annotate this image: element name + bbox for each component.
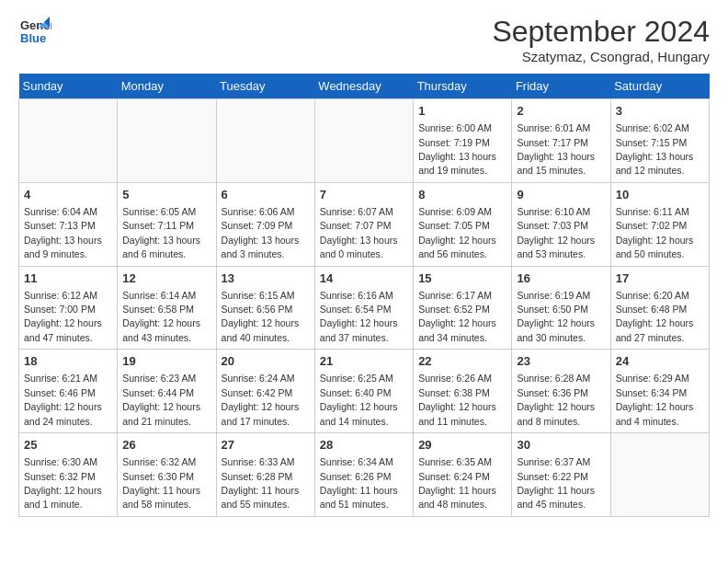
- day-cell: 12Sunrise: 6:14 AMSunset: 6:58 PMDayligh…: [118, 266, 216, 350]
- day-info: Sunrise: 6:11 AMSunset: 7:02 PMDaylight:…: [616, 206, 694, 259]
- week-row-1: 4Sunrise: 6:04 AMSunset: 7:13 PMDaylight…: [19, 182, 710, 266]
- day-cell: 13Sunrise: 6:15 AMSunset: 6:56 PMDayligh…: [216, 266, 314, 350]
- day-info: Sunrise: 6:05 AMSunset: 7:11 PMDaylight:…: [122, 206, 200, 259]
- day-cell: [610, 433, 709, 517]
- month-title: September 2024: [492, 15, 710, 49]
- day-cell: 27Sunrise: 6:33 AMSunset: 6:28 PMDayligh…: [216, 433, 314, 517]
- day-info: Sunrise: 6:09 AMSunset: 7:05 PMDaylight:…: [418, 206, 496, 259]
- day-info: Sunrise: 6:06 AMSunset: 7:09 PMDaylight:…: [222, 206, 300, 259]
- day-cell: 9Sunrise: 6:10 AMSunset: 7:03 PMDaylight…: [512, 182, 610, 266]
- day-cell: 4Sunrise: 6:04 AMSunset: 7:13 PMDaylight…: [19, 182, 118, 266]
- day-cell: 17Sunrise: 6:20 AMSunset: 6:48 PMDayligh…: [610, 266, 709, 350]
- day-info: Sunrise: 6:10 AMSunset: 7:03 PMDaylight:…: [517, 206, 595, 259]
- week-row-3: 18Sunrise: 6:21 AMSunset: 6:46 PMDayligh…: [19, 350, 710, 433]
- day-info: Sunrise: 6:34 AMSunset: 6:26 PMDaylight:…: [320, 456, 398, 510]
- location-title: Szatymaz, Csongrad, Hungary: [492, 49, 710, 64]
- calendar-table: Sunday Monday Tuesday Wednesday Thursday…: [18, 74, 710, 517]
- day-info: Sunrise: 6:19 AMSunset: 6:50 PMDaylight:…: [517, 290, 595, 343]
- day-cell: 25Sunrise: 6:30 AMSunset: 6:32 PMDayligh…: [19, 433, 118, 517]
- day-number: 10: [616, 187, 704, 203]
- day-info: Sunrise: 6:02 AMSunset: 7:15 PMDaylight:…: [616, 122, 694, 176]
- logo-icon: General Blue: [18, 15, 51, 48]
- day-number: 13: [222, 270, 310, 287]
- day-info: Sunrise: 6:12 AMSunset: 7:00 PMDaylight:…: [24, 290, 102, 343]
- day-cell: 22Sunrise: 6:26 AMSunset: 6:38 PMDayligh…: [414, 350, 512, 433]
- day-info: Sunrise: 6:30 AMSunset: 6:32 PMDaylight:…: [24, 456, 102, 510]
- day-cell: 15Sunrise: 6:17 AMSunset: 6:52 PMDayligh…: [414, 266, 512, 350]
- day-number: 7: [320, 187, 408, 203]
- logo: General Blue: [18, 15, 51, 48]
- day-info: Sunrise: 6:35 AMSunset: 6:24 PMDaylight:…: [418, 456, 496, 510]
- day-number: 16: [517, 270, 605, 287]
- col-sunday: Sunday: [19, 74, 118, 99]
- day-cell: 1Sunrise: 6:00 AMSunset: 7:19 PMDaylight…: [414, 99, 512, 183]
- day-info: Sunrise: 6:33 AMSunset: 6:28 PMDaylight:…: [222, 456, 300, 510]
- day-number: 14: [320, 270, 408, 287]
- week-row-4: 25Sunrise: 6:30 AMSunset: 6:32 PMDayligh…: [19, 433, 710, 517]
- day-number: 25: [24, 437, 112, 454]
- day-cell: [216, 99, 314, 183]
- day-cell: 19Sunrise: 6:23 AMSunset: 6:44 PMDayligh…: [118, 350, 216, 433]
- day-number: 26: [122, 437, 210, 454]
- day-info: Sunrise: 6:00 AMSunset: 7:19 PMDaylight:…: [418, 122, 496, 176]
- col-friday: Friday: [512, 74, 610, 99]
- day-cell: 21Sunrise: 6:25 AMSunset: 6:40 PMDayligh…: [314, 350, 413, 433]
- day-number: 8: [418, 187, 506, 203]
- day-cell: 30Sunrise: 6:37 AMSunset: 6:22 PMDayligh…: [512, 433, 610, 517]
- day-cell: 5Sunrise: 6:05 AMSunset: 7:11 PMDaylight…: [118, 182, 216, 266]
- day-cell: 6Sunrise: 6:06 AMSunset: 7:09 PMDaylight…: [216, 182, 314, 266]
- day-number: 23: [517, 353, 605, 370]
- day-number: 17: [616, 270, 704, 287]
- day-cell: [19, 99, 118, 183]
- day-cell: 23Sunrise: 6:28 AMSunset: 6:36 PMDayligh…: [512, 350, 610, 433]
- day-info: Sunrise: 6:01 AMSunset: 7:17 PMDaylight:…: [517, 122, 595, 176]
- week-row-2: 11Sunrise: 6:12 AMSunset: 7:00 PMDayligh…: [19, 266, 710, 350]
- day-info: Sunrise: 6:16 AMSunset: 6:54 PMDaylight:…: [320, 290, 398, 343]
- day-number: 4: [24, 187, 112, 203]
- day-number: 15: [418, 270, 506, 287]
- day-info: Sunrise: 6:14 AMSunset: 6:58 PMDaylight:…: [122, 290, 200, 343]
- col-wednesday: Wednesday: [314, 74, 413, 99]
- col-thursday: Thursday: [414, 74, 512, 99]
- day-number: 27: [222, 437, 310, 454]
- day-number: 30: [517, 437, 605, 454]
- day-info: Sunrise: 6:04 AMSunset: 7:13 PMDaylight:…: [24, 206, 102, 259]
- day-cell: 18Sunrise: 6:21 AMSunset: 6:46 PMDayligh…: [19, 350, 118, 433]
- day-info: Sunrise: 6:21 AMSunset: 6:46 PMDaylight:…: [24, 373, 102, 426]
- day-info: Sunrise: 6:23 AMSunset: 6:44 PMDaylight:…: [122, 373, 200, 426]
- day-cell: [314, 99, 413, 183]
- title-area: September 2024 Szatymaz, Csongrad, Hunga…: [492, 15, 710, 64]
- day-cell: 7Sunrise: 6:07 AMSunset: 7:07 PMDaylight…: [314, 182, 413, 266]
- day-info: Sunrise: 6:07 AMSunset: 7:07 PMDaylight:…: [320, 206, 398, 259]
- day-number: 1: [418, 103, 506, 120]
- day-info: Sunrise: 6:26 AMSunset: 6:38 PMDaylight:…: [418, 373, 496, 426]
- day-cell: 14Sunrise: 6:16 AMSunset: 6:54 PMDayligh…: [314, 266, 413, 350]
- day-info: Sunrise: 6:20 AMSunset: 6:48 PMDaylight:…: [616, 290, 694, 343]
- day-cell: 20Sunrise: 6:24 AMSunset: 6:42 PMDayligh…: [216, 350, 314, 433]
- day-info: Sunrise: 6:28 AMSunset: 6:36 PMDaylight:…: [517, 373, 595, 426]
- day-cell: 26Sunrise: 6:32 AMSunset: 6:30 PMDayligh…: [118, 433, 216, 517]
- svg-text:Blue: Blue: [20, 31, 46, 45]
- day-cell: 24Sunrise: 6:29 AMSunset: 6:34 PMDayligh…: [610, 350, 709, 433]
- day-number: 21: [320, 353, 408, 370]
- calendar-body: 1Sunrise: 6:00 AMSunset: 7:19 PMDaylight…: [19, 99, 710, 517]
- day-number: 11: [24, 270, 112, 287]
- day-number: 12: [122, 270, 210, 287]
- day-number: 20: [222, 353, 310, 370]
- day-info: Sunrise: 6:17 AMSunset: 6:52 PMDaylight:…: [418, 290, 496, 343]
- day-cell: [118, 99, 216, 183]
- day-number: 5: [122, 187, 210, 203]
- day-info: Sunrise: 6:24 AMSunset: 6:42 PMDaylight:…: [222, 373, 300, 426]
- day-cell: 8Sunrise: 6:09 AMSunset: 7:05 PMDaylight…: [414, 182, 512, 266]
- day-number: 9: [517, 187, 605, 203]
- day-info: Sunrise: 6:25 AMSunset: 6:40 PMDaylight:…: [320, 373, 398, 426]
- col-saturday: Saturday: [610, 74, 709, 99]
- col-tuesday: Tuesday: [216, 74, 314, 99]
- day-cell: 16Sunrise: 6:19 AMSunset: 6:50 PMDayligh…: [512, 266, 610, 350]
- day-cell: 29Sunrise: 6:35 AMSunset: 6:24 PMDayligh…: [414, 433, 512, 517]
- day-cell: 28Sunrise: 6:34 AMSunset: 6:26 PMDayligh…: [314, 433, 413, 517]
- day-info: Sunrise: 6:37 AMSunset: 6:22 PMDaylight:…: [517, 456, 595, 510]
- day-number: 3: [616, 103, 704, 120]
- calendar-header: Sunday Monday Tuesday Wednesday Thursday…: [19, 74, 710, 99]
- day-number: 22: [418, 353, 506, 370]
